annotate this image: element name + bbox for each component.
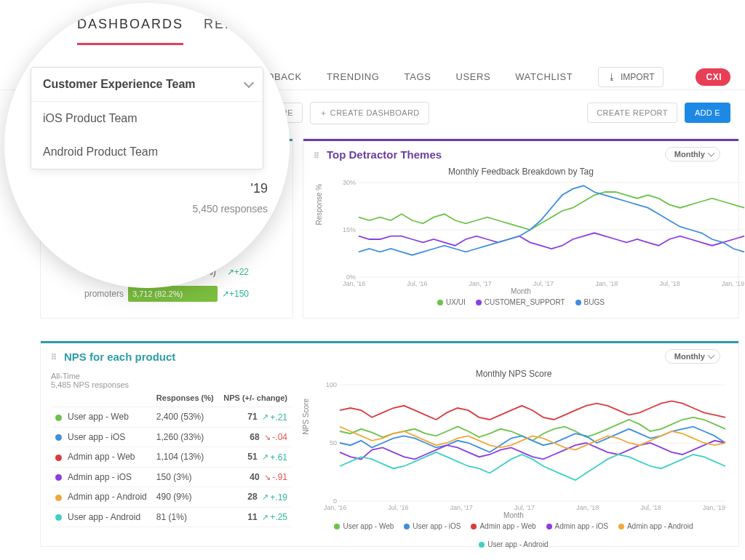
card-title: NPS for each product	[64, 351, 175, 363]
table-row[interactable]: User app - iOS 1,260 (33%) 68 -.04	[51, 427, 292, 447]
plus-icon: ＋	[319, 108, 327, 117]
themes-legend: UX/UICUSTOMER_SUPPORTBUGS	[314, 298, 728, 306]
chart-title: Monthly Feedback Breakdown by Tag	[303, 167, 738, 177]
svg-text:30%: 30%	[343, 179, 356, 186]
team-option[interactable]: Android Product Team	[31, 135, 263, 169]
zoom-overlay: DASHBOARDS REPOR Customer Experience Tea…	[4, 3, 290, 288]
import-button[interactable]: ⭳ IMPORT	[598, 67, 664, 87]
y-axis-label: NPS Score	[302, 399, 310, 434]
topnav-tab[interactable]: TAGS	[405, 71, 431, 82]
app-logo-icon	[35, 13, 57, 35]
dashboard-toolbar: SHARE ＋ CREATE DASHBOARD CREATE REPORT A…	[255, 100, 730, 125]
npsprod-legend: User app - WebUser app - iOSAdmin app - …	[299, 522, 728, 548]
topnav-tab[interactable]: USERS	[455, 71, 490, 82]
cxi-badge[interactable]: CXI	[696, 68, 730, 86]
team-selected[interactable]: Customer Experience Team	[31, 68, 263, 102]
download-icon: ⭳	[607, 72, 616, 82]
svg-text:0: 0	[333, 497, 337, 504]
svg-text:50: 50	[330, 439, 337, 447]
table-row[interactable]: Admin app - Android 490 (9%) 28 +.19	[51, 487, 292, 508]
themes-line-chart: 0%15%30%	[340, 178, 745, 280]
chart-title: Monthly NPS Score	[299, 369, 728, 379]
table-row[interactable]: Admin app - Web 1,104 (13%) 51 +.61	[51, 447, 292, 468]
svg-text:15%: 15%	[343, 226, 356, 233]
svg-text:100: 100	[326, 381, 337, 388]
nps-responses-partial: 5,450 responses	[192, 203, 268, 215]
promoters-trend: ↗+150	[222, 289, 249, 299]
table-row[interactable]: Admin app - iOS 150 (3%) 40 -.91	[51, 467, 292, 487]
themes-period-select[interactable]: Monthly	[665, 147, 720, 161]
top-detractor-themes-card: ⠿ Top Detractor Themes Monthly Monthly F…	[303, 138, 739, 319]
nps-per-product-card: ⠿ NPS for each product Monthly All-Time …	[40, 340, 739, 547]
drag-handle-icon[interactable]: ⠿	[51, 355, 58, 359]
promoters-bar: 3,712 (82.2%)	[128, 286, 218, 302]
add-widget-button[interactable]: ADD E	[685, 103, 730, 123]
drag-handle-icon[interactable]: ⠿	[314, 153, 321, 158]
create-dashboard-button[interactable]: ＋ CREATE DASHBOARD	[310, 102, 429, 124]
table-row[interactable]: User app - Web 2,400 (53%) 71 +.21	[51, 407, 292, 428]
create-report-button[interactable]: CREATE REPORT	[587, 103, 677, 123]
nps-date-partial: '19	[251, 181, 268, 196]
svg-text:0%: 0%	[346, 273, 356, 280]
topnav-tab[interactable]: TRENDING	[327, 71, 380, 82]
team-option[interactable]: iOS Product Team	[31, 102, 263, 135]
promoters-label: promoters	[84, 289, 124, 299]
nav-tab-reports-partial[interactable]: REPOR	[204, 17, 258, 32]
y-axis-label: Response %	[315, 184, 323, 225]
card-title: Top Detractor Themes	[327, 148, 442, 161]
npsprod-line-chart: 050100	[321, 380, 728, 504]
team-dropdown[interactable]: Customer Experience Team iOS Product Tea…	[31, 67, 263, 169]
table-row[interactable]: User app - Android 81 (1%) 11 +.25	[51, 507, 292, 527]
x-axis-label: Month	[299, 511, 728, 519]
nps-product-table: All-Time 5,485 NPS responses Responses (…	[41, 366, 292, 548]
npsprod-period-select[interactable]: Monthly	[665, 349, 720, 364]
nav-tab-dashboards[interactable]: DASHBOARDS	[77, 17, 183, 32]
topnav-tab[interactable]: WATCHLIST	[515, 71, 573, 82]
passives-trend: ↗+22	[227, 267, 249, 277]
x-axis-label: Month	[314, 287, 728, 295]
